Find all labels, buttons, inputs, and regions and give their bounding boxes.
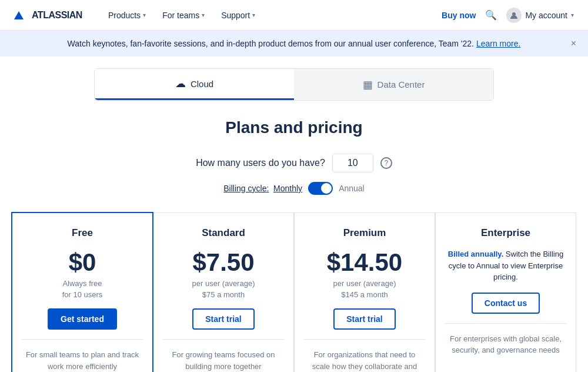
billing-annual-label: Annual (339, 184, 365, 193)
enterprise-billing-note: Billed annually. Switch the Billing cycl… (445, 248, 566, 283)
plan-standard-button[interactable]: Start trial (192, 308, 254, 330)
billing-monthly-label: Monthly (273, 184, 302, 193)
nav-for-teams-label: For teams (162, 11, 199, 20)
plan-enterprise-name: Enterprise (445, 227, 566, 239)
main-content: Plans and pricing How many users do you … (0, 101, 588, 372)
plan-enterprise-button[interactable]: Contact us (472, 293, 540, 314)
products-chevron-icon: ▾ (143, 12, 146, 18)
page-title: Plans and pricing (12, 118, 576, 137)
account-label: My account (525, 11, 567, 20)
plan-premium-card: Premium $14.50 per user (average) $145 a… (294, 212, 435, 372)
plan-free-sub: Always free (22, 279, 143, 288)
nav-item-support[interactable]: Support ▾ (214, 6, 262, 25)
account-chevron-icon: ▾ (571, 12, 574, 18)
plan-free-name: Free (22, 227, 143, 239)
billing-cycle-label: Billing cycle: Monthly (223, 184, 302, 193)
plan-premium-button[interactable]: Start trial (333, 308, 395, 330)
logo-triangle-icon (14, 11, 24, 19)
billing-cycle-row: Billing cycle: Monthly Annual (12, 182, 576, 195)
enterprise-divider (445, 323, 566, 324)
plan-standard-desc: For growing teams focused on building mo… (163, 349, 284, 372)
logo-text: ATLASSIAN (32, 10, 82, 21)
free-divider (22, 339, 143, 340)
toggle-knob (321, 183, 332, 194)
user-count-input[interactable] (332, 154, 373, 172)
nav-support-label: Support (221, 11, 250, 20)
plan-standard-name: Standard (163, 227, 284, 239)
server-icon: ▦ (363, 78, 373, 91)
support-chevron-icon: ▾ (252, 12, 255, 18)
user-count-row: How many users do you have? ? (12, 154, 576, 172)
nav-item-products[interactable]: Products ▾ (101, 6, 153, 25)
plan-free-desc: For small teams to plan and track work m… (22, 349, 143, 372)
tabs-wrapper: ☁ Cloud ▦ Data Center (94, 68, 494, 101)
nav-menu: Products ▾ For teams ▾ Support ▾ (101, 6, 442, 25)
plan-free-button[interactable]: Get started (48, 308, 117, 330)
plan-premium-sub: per user (average) (304, 279, 425, 288)
account-button[interactable]: My account ▾ (506, 8, 574, 23)
user-count-label: How many users do you have? (196, 158, 325, 168)
plan-free-price: $0 (22, 248, 143, 277)
banner-text: Watch keynotes, fan-favorite sessions, a… (68, 39, 474, 48)
deployment-tabs: ☁ Cloud ▦ Data Center (0, 68, 588, 101)
nav-item-for-teams[interactable]: For teams ▾ (155, 6, 212, 25)
banner-learn-more-link[interactable]: Learn more. (476, 39, 520, 48)
cloud-icon: ☁ (175, 77, 186, 90)
tab-cloud[interactable]: ☁ Cloud (95, 69, 294, 100)
nav-products-label: Products (108, 11, 141, 20)
plan-premium-name: Premium (304, 227, 425, 239)
for-teams-chevron-icon: ▾ (202, 12, 205, 18)
plan-premium-price: $14.50 (304, 248, 425, 277)
tab-data-center[interactable]: ▦ Data Center (294, 69, 493, 100)
plan-standard-sub: per user (average) (163, 279, 284, 288)
billing-toggle[interactable] (308, 182, 333, 195)
account-avatar (506, 8, 522, 23)
search-icon[interactable]: 🔍 (485, 9, 497, 21)
tab-cloud-label: Cloud (191, 79, 213, 89)
pricing-cards: Free $0 Always free for 10 users Get sta… (12, 212, 576, 372)
buy-now-button[interactable]: Buy now (442, 11, 476, 20)
premium-divider (304, 339, 425, 340)
plan-free-month: for 10 users (22, 290, 143, 299)
announcement-banner: Watch keynotes, fan-favorite sessions, a… (0, 31, 588, 57)
plan-standard-month: $75 a month (163, 290, 284, 299)
plan-standard-price: $7.50 (163, 248, 284, 277)
atlassian-logo[interactable]: ATLASSIAN (14, 10, 82, 21)
tab-data-center-label: Data Center (377, 79, 425, 89)
enterprise-billed-annually-link[interactable]: Billed annually. (448, 250, 503, 258)
plan-premium-desc: For organizations that need to scale how… (304, 349, 425, 372)
plan-free-card: Free $0 Always free for 10 users Get sta… (11, 212, 153, 372)
plan-enterprise-desc: For enterprises with global scale, secur… (445, 333, 566, 356)
navbar: ATLASSIAN Products ▾ For teams ▾ Support… (0, 0, 588, 31)
plan-enterprise-card: Enterprise Billed annually. Switch the B… (435, 212, 576, 372)
banner-close-button[interactable]: × (571, 38, 576, 49)
standard-divider (163, 339, 284, 340)
navbar-right: Buy now 🔍 My account ▾ (442, 8, 574, 23)
help-icon[interactable]: ? (380, 157, 392, 169)
plan-premium-month: $145 a month (304, 290, 425, 299)
plan-standard-card: Standard $7.50 per user (average) $75 a … (153, 212, 294, 372)
